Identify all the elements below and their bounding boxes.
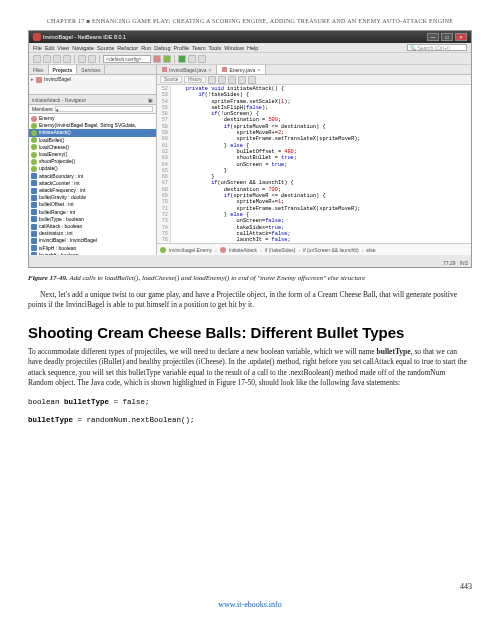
breadcrumb-item[interactable]: else [366, 247, 375, 253]
code-area[interactable]: private void initiateAttack() { if(!take… [171, 85, 471, 243]
menu-refactor[interactable]: Refactor [117, 45, 138, 51]
menu-debug[interactable]: Debug [154, 45, 170, 51]
member-item[interactable]: bulletType : boolean [29, 216, 156, 223]
member-item[interactable]: bulletRange : int [29, 209, 156, 216]
field-icon [31, 245, 37, 251]
editor-tool-icon[interactable] [238, 76, 246, 84]
member-item[interactable]: callAttack : boolean [29, 223, 156, 230]
menu-view[interactable]: View [57, 45, 69, 51]
member-item[interactable]: shootProjectile() [29, 158, 156, 165]
member-item[interactable]: bulletGravity : double [29, 194, 156, 201]
editor-tool-icon[interactable] [228, 76, 236, 84]
members-filter-input[interactable]: ▾ [55, 106, 153, 112]
editor-tool-icon[interactable] [218, 76, 226, 84]
member-item[interactable]: bulletOffset : int [29, 201, 156, 208]
editor-tool-icon[interactable] [208, 76, 216, 84]
minimize-button[interactable]: — [427, 33, 439, 41]
history-view-button[interactable]: History [184, 76, 206, 83]
member-item[interactable]: attackFrequency : int [29, 187, 156, 194]
member-item[interactable]: Enemy [29, 115, 156, 122]
footer-link[interactable]: www.it-ebooks.info [0, 600, 500, 609]
field-icon [31, 216, 37, 222]
member-item[interactable]: update() [29, 165, 156, 172]
method-icon [31, 152, 37, 158]
body-paragraph: Next, let's add a unique twist to our ga… [28, 290, 472, 310]
field-icon [31, 231, 37, 237]
ide-titlebar: InvinciBagel - NetBeans IDE 8.0.1 — □ × [29, 31, 471, 43]
editor-tab-invincibagel[interactable]: InvinciBagel.java× [157, 65, 217, 74]
run-config-select[interactable]: <default config> [103, 55, 151, 63]
tab-files[interactable]: Files [29, 65, 49, 74]
member-label: update() [39, 165, 58, 172]
search-input[interactable]: 🔍 Search (Ctrl+I) [407, 44, 467, 51]
member-item[interactable]: isFlipH : boolean [29, 245, 156, 252]
build-icon[interactable] [153, 55, 161, 63]
member-label: isFlipH : boolean [39, 245, 76, 252]
menu-tools[interactable]: Tools [209, 45, 222, 51]
menu-help[interactable]: Help [247, 45, 258, 51]
menu-window[interactable]: Window [224, 45, 244, 51]
editor-tool-icon[interactable] [248, 76, 256, 84]
code-editor[interactable]: 5253545556575859606162636465666768697071… [157, 85, 471, 243]
menu-run[interactable]: Run [141, 45, 151, 51]
menu-navigate[interactable]: Navigate [72, 45, 94, 51]
tab-projects[interactable]: Projects [49, 65, 78, 74]
member-label: bulletType : boolean [39, 216, 84, 223]
menu-file[interactable]: File [33, 45, 42, 51]
page-number: 443 [460, 582, 472, 591]
member-item[interactable]: destination : int [29, 230, 156, 237]
members-list: EnemyEnemy(InvinciBagel Bagel, String SV… [29, 114, 156, 255]
member-item[interactable]: initiateAttack() [29, 129, 156, 136]
member-label: bulletOffset : int [39, 201, 74, 208]
maximize-button[interactable]: □ [441, 33, 453, 41]
menu-edit[interactable]: Edit [45, 45, 54, 51]
member-item[interactable]: attackCounter : int [29, 180, 156, 187]
editor-toolbar: Source History [157, 75, 471, 85]
main-toolbar: <default config> [29, 53, 471, 65]
close-tab-icon[interactable]: × [209, 65, 212, 75]
breadcrumb-item[interactable]: initiateAttack [229, 247, 257, 253]
menu-team[interactable]: Team [192, 45, 205, 51]
menu-profile[interactable]: Profile [173, 45, 189, 51]
member-label: shootProjectile() [39, 158, 75, 165]
tab-services[interactable]: Services [77, 65, 105, 74]
project-node[interactable]: ▸InvinciBagel [31, 76, 154, 83]
editor-tab-enemy[interactable]: Enemy.java× [217, 65, 266, 74]
debug-icon[interactable] [188, 55, 196, 63]
clean-build-icon[interactable] [163, 55, 171, 63]
member-item[interactable]: loadBullet() [29, 137, 156, 144]
run-icon[interactable] [178, 55, 186, 63]
method-icon [31, 159, 37, 165]
breadcrumb-item[interactable]: if (onScreen && launchIt) [303, 247, 359, 253]
member-item[interactable]: invinciBagel : InvinciBagel [29, 237, 156, 244]
field-icon [31, 180, 37, 186]
save-all-icon[interactable] [63, 55, 71, 63]
member-label: loadEnemy() [39, 151, 67, 158]
profile-icon[interactable] [198, 55, 206, 63]
close-tab-icon[interactable]: × [257, 65, 260, 75]
member-item[interactable]: Enemy(InvinciBagel Bagel, String SVGdata… [29, 122, 156, 129]
body-paragraph: To accommodate different types of projec… [28, 347, 472, 388]
member-label: loadBullet() [39, 137, 64, 144]
section-heading: Shooting Cream Cheese Balls: Different B… [28, 324, 472, 341]
new-project-icon[interactable] [43, 55, 51, 63]
breadcrumb-item[interactable]: if (!takeSides) [265, 247, 296, 253]
redo-icon[interactable] [88, 55, 96, 63]
member-item[interactable]: launchIt : boolean [29, 252, 156, 255]
figure-caption: Figure 17-49. Add calls to loadBullet(),… [28, 274, 472, 282]
member-item[interactable]: attackBoundary : int [29, 173, 156, 180]
menu-source[interactable]: Source [97, 45, 114, 51]
undo-icon[interactable] [78, 55, 86, 63]
member-item[interactable]: loadCheese() [29, 144, 156, 151]
method-icon [220, 247, 226, 253]
new-file-icon[interactable] [33, 55, 41, 63]
java-file-icon [162, 67, 167, 72]
open-icon[interactable] [53, 55, 61, 63]
source-view-button[interactable]: Source [160, 76, 182, 83]
field-icon [31, 252, 37, 255]
close-button[interactable]: × [455, 33, 467, 41]
member-item[interactable]: loadEnemy() [29, 151, 156, 158]
method-icon [31, 130, 37, 136]
breadcrumb-item[interactable]: invincibagel.Enemy [169, 247, 212, 253]
method-icon [31, 144, 37, 150]
